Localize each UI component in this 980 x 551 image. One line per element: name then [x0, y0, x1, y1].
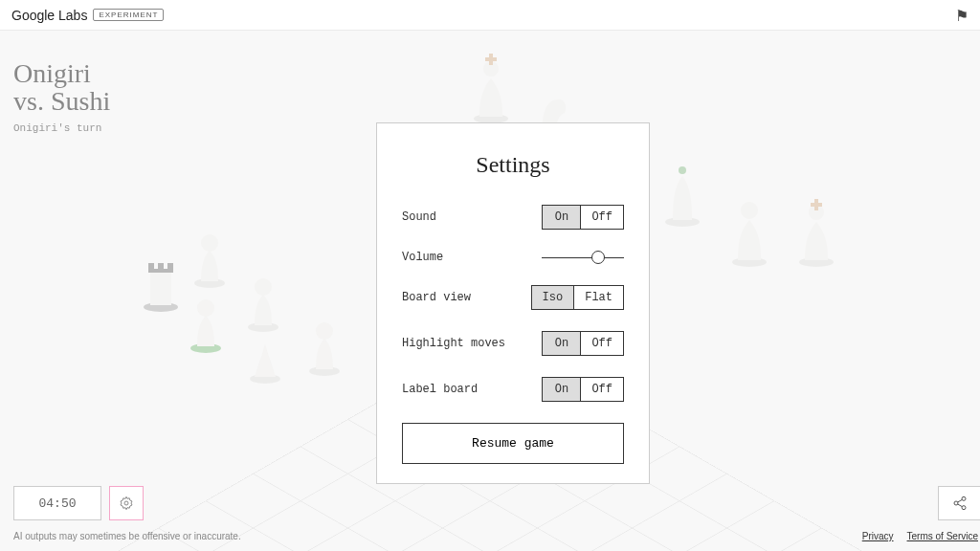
timer: 04:50 — [13, 486, 101, 520]
sound-off-option[interactable]: Off — [581, 206, 623, 229]
setting-sound-row: Sound On Off — [402, 205, 624, 230]
boardview-label: Board view — [402, 291, 471, 304]
chess-piece-rook — [139, 236, 183, 313]
vs-label: vs. — [13, 86, 44, 116]
chess-piece-pawn-5 — [302, 300, 346, 377]
labelboard-label: Label board — [402, 383, 478, 396]
setting-boardview-row: Board view Iso Flat — [402, 285, 624, 310]
highlight-label: Highlight moves — [402, 337, 505, 350]
chess-piece-king — [469, 48, 513, 124]
highlight-toggle: On Off — [542, 331, 624, 356]
labelboard-toggle: On Off — [542, 377, 624, 402]
highlight-off-option[interactable]: Off — [581, 332, 623, 355]
svg-point-15 — [201, 234, 218, 252]
terms-link[interactable]: Terms of Service — [907, 531, 978, 541]
chess-piece-bishop — [660, 151, 704, 228]
settings-modal: Settings Sound On Off Volume Board view … — [376, 122, 650, 484]
flag-icon[interactable]: ⚑ — [955, 7, 969, 25]
svg-point-25 — [962, 496, 966, 500]
labelboard-on-option[interactable]: On — [543, 378, 581, 401]
privacy-link[interactable]: Privacy — [862, 531, 894, 541]
svg-point-27 — [962, 506, 966, 510]
volume-label: Volume — [402, 251, 443, 264]
sound-label: Sound — [402, 210, 436, 224]
volume-thumb[interactable] — [591, 251, 605, 264]
svg-line-29 — [957, 504, 962, 507]
labelboard-off-option[interactable]: Off — [581, 378, 623, 401]
brand-prefix: Google — [11, 8, 55, 23]
chess-piece-queen — [727, 191, 771, 268]
svg-point-24 — [124, 501, 128, 505]
game-title: Onigiri vs. Sushi — [13, 59, 110, 116]
svg-point-6 — [679, 166, 686, 174]
setting-highlight-row: Highlight moves On Off — [402, 331, 624, 356]
settings-title: Settings — [402, 152, 624, 178]
svg-line-28 — [957, 499, 962, 502]
player1-name: Onigiri — [13, 59, 110, 87]
player2-name: Sushi — [51, 86, 110, 116]
svg-point-18 — [255, 278, 272, 296]
chess-piece-king-2 — [794, 191, 838, 268]
svg-point-9 — [746, 202, 752, 208]
svg-rect-3 — [485, 57, 497, 61]
legal-links: Privacy Terms of Service — [862, 531, 980, 541]
share-button[interactable] — [938, 486, 980, 520]
volume-slider[interactable] — [542, 252, 624, 263]
svg-point-23 — [316, 322, 333, 340]
sound-on-option[interactable]: On — [543, 206, 581, 229]
svg-point-26 — [954, 501, 958, 505]
settings-button[interactable] — [109, 486, 144, 520]
setting-volume-row: Volume — [402, 251, 624, 264]
logo: Google Labs EXPERIMENT — [11, 8, 164, 23]
resume-button[interactable]: Resume game — [402, 423, 624, 464]
disclaimer-text: AI outputs may sometimes be offensive or… — [13, 531, 241, 541]
experiment-badge: EXPERIMENT — [93, 9, 164, 21]
boardview-toggle: Iso Flat — [531, 285, 624, 310]
gear-icon — [119, 496, 134, 511]
chess-piece-pawn-3 — [184, 277, 228, 354]
sound-toggle: On Off — [542, 205, 624, 230]
svg-rect-13 — [811, 203, 822, 207]
brand-suffix: Labs — [58, 8, 87, 23]
boardview-flat-option[interactable]: Flat — [574, 286, 623, 309]
share-icon — [952, 496, 968, 511]
svg-point-20 — [197, 299, 214, 317]
chess-piece-pawn-4 — [243, 308, 287, 385]
boardview-iso-option[interactable]: Iso — [532, 286, 575, 309]
turn-label: Onigiri's turn — [13, 122, 101, 134]
header: Google Labs EXPERIMENT ⚑ — [0, 0, 980, 31]
setting-labelboard-row: Label board On Off — [402, 377, 624, 402]
highlight-on-option[interactable]: On — [543, 332, 581, 355]
